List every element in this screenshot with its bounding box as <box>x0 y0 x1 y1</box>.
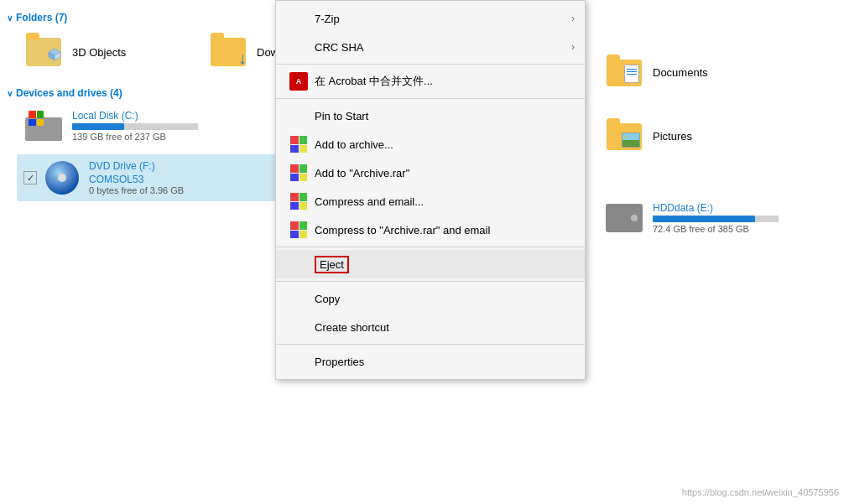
drive-c-bar-bg <box>72 123 198 130</box>
drive-e-free: 72.4 GB free of 385 GB <box>653 224 779 234</box>
menu-icon-crcsha <box>289 38 308 56</box>
right-folders: Documents Pictures <box>581 0 849 158</box>
drive-dvd-info: DVD Drive (F:) COMSOL53 0 bytes free of … <box>89 160 184 195</box>
right-drive-section: HDDdata (E:) 72.4 GB free of 385 GB <box>581 191 849 245</box>
menu-icon-copy <box>289 289 308 308</box>
explorer-window: ∨ Folders (7) 3D Objects ↓ <box>0 0 849 504</box>
drive-icon-e <box>604 200 644 236</box>
menu-label-acrobat: 在 Acrobat 中合并文件... <box>315 74 433 89</box>
folder-item-pictures[interactable]: Pictures <box>597 114 782 158</box>
menu-label-shortcut: Create shortcut <box>315 321 389 334</box>
drive-dvd-free: 0 bytes free of 3.96 GB <box>89 185 184 195</box>
menu-item-shortcut[interactable]: Create shortcut <box>276 313 585 341</box>
menu-label-eject: Eject <box>315 256 349 273</box>
menu-icon-addarchive <box>289 135 308 153</box>
menu-label-7zip: 7-Zip <box>315 13 340 25</box>
folders-chevron: ∨ <box>7 13 13 23</box>
menu-sep-1 <box>276 64 585 65</box>
watermark: https://blog.csdn.net/weixin_40575956 <box>682 487 839 497</box>
menu-icon-pinstart <box>289 107 308 125</box>
menu-item-addarchivenar[interactable]: Add to "Archive.rar" <box>276 158 585 187</box>
menu-item-acrobat[interactable]: A 在 Acrobat 中合并文件... <box>276 67 585 96</box>
folders-header-label: Folders (7) <box>16 12 67 23</box>
devices-chevron: ∨ <box>7 89 13 98</box>
menu-item-pinstart[interactable]: Pin to Start <box>276 101 585 130</box>
menu-item-crcsha[interactable]: CRC SHA › <box>276 33 585 61</box>
menu-arrow-crcsha: › <box>571 41 575 53</box>
menu-icon-compressrar <box>289 221 308 239</box>
drive-c-free: 139 GB free of 237 GB <box>72 132 198 142</box>
folder-pictures-label: Pictures <box>653 130 692 143</box>
menu-icon-eject <box>289 255 308 273</box>
right-column: Documents Pictures HDDdata <box>581 0 849 245</box>
folder-icon-pictures <box>604 119 644 153</box>
menu-icon-7zip <box>289 9 308 28</box>
folder-icon-documents <box>604 55 644 89</box>
drive-c-info: Local Disk (C:) 139 GB free of 237 GB <box>72 110 198 142</box>
drive-e-bar-fill <box>653 216 755 222</box>
menu-sep-4 <box>276 281 585 282</box>
drive-item-dvd[interactable]: ✓ DVD Drive (F:) COMSOL53 0 bytes free o… <box>17 154 294 201</box>
menu-label-compress: Compress and email... <box>315 195 424 208</box>
folder-3dobjects-label: 3D Objects <box>72 46 126 59</box>
dvd-disc-icon <box>45 161 79 195</box>
folder-item-documents[interactable]: Documents <box>597 50 782 94</box>
cube-icon <box>47 47 62 62</box>
drive-item-c[interactable]: Local Disk (C:) 139 GB free of 237 GB <box>17 102 260 149</box>
menu-item-copy[interactable]: Copy <box>276 284 585 313</box>
menu-label-addarchive: Add to archive... <box>315 138 393 151</box>
hdd-icon <box>606 204 643 232</box>
drive-item-e[interactable]: HDDdata (E:) 72.4 GB free of 385 GB <box>597 195 832 242</box>
devices-header-label: Devices and drives (4) <box>16 87 122 99</box>
menu-icon-properties <box>289 352 308 371</box>
folder-item-3dobjects[interactable]: 3D Objects <box>17 30 201 74</box>
folder-icon-downloads: ↓ <box>208 35 248 69</box>
menu-label-copy: Copy <box>315 293 340 305</box>
menu-item-compress[interactable]: Compress and email... <box>276 187 585 216</box>
menu-icon-addarchivenar <box>289 164 308 182</box>
drive-dvd-name1: DVD Drive (F:) <box>89 160 184 172</box>
menu-label-properties: Properties <box>315 356 364 368</box>
menu-sep-5 <box>276 344 585 345</box>
dvd-checkbox[interactable]: ✓ <box>23 171 37 184</box>
drive-c-name: Local Disk (C:) <box>72 110 198 122</box>
menu-item-properties[interactable]: Properties <box>276 347 585 376</box>
menu-sep-2 <box>276 98 585 99</box>
drive-e-info: HDDdata (E:) 72.4 GB free of 385 GB <box>653 202 779 234</box>
drive-c-bar-fill <box>72 123 124 130</box>
drive-icon-c <box>23 107 64 144</box>
drive-e-name: HDDdata (E:) <box>653 202 779 214</box>
menu-arrow-7zip: › <box>571 13 575 24</box>
menu-icon-compress <box>289 192 308 210</box>
menu-item-7zip[interactable]: 7-Zip › <box>276 4 585 33</box>
folder-icon-3d <box>23 35 64 69</box>
drive-e-bar-bg <box>653 216 779 222</box>
menu-label-pinstart: Pin to Start <box>315 110 368 122</box>
menu-sep-3 <box>276 247 585 247</box>
menu-label-crcsha: CRC SHA <box>315 41 364 54</box>
menu-item-eject[interactable]: Eject <box>276 250 585 278</box>
menu-item-compressrar[interactable]: Compress to "Archive.rar" and email <box>276 216 585 244</box>
drive-icon-dvd <box>44 159 81 196</box>
menu-label-addarchivenar: Add to "Archive.rar" <box>315 167 409 179</box>
download-arrow-icon: ↓ <box>238 49 247 66</box>
folder-documents-label: Documents <box>653 66 708 79</box>
drive-dvd-name2: COMSOL53 <box>89 174 184 185</box>
acrobat-icon: A <box>289 72 308 91</box>
context-menu: 7-Zip › CRC SHA › A 在 Acrobat 中合并文件... P… <box>275 0 586 380</box>
menu-icon-shortcut <box>289 318 308 336</box>
menu-item-addarchive[interactable]: Add to archive... <box>276 130 585 158</box>
menu-label-compressrar: Compress to "Archive.rar" and email <box>315 224 490 236</box>
